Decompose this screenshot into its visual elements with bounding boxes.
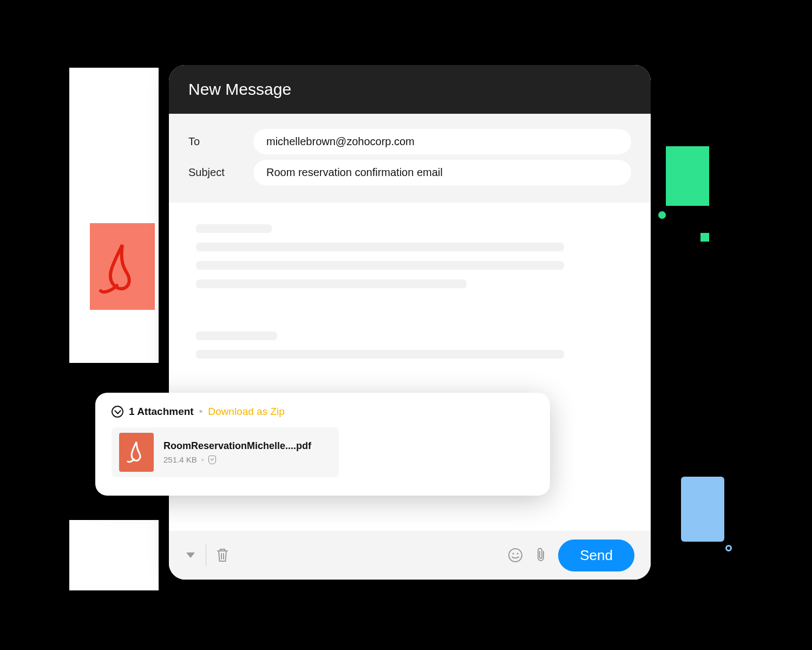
- shield-icon: [208, 456, 216, 464]
- compose-header: New Message: [169, 65, 651, 114]
- paperclip-icon[interactable]: [534, 547, 547, 563]
- attachment-filename: RoomReservationMichelle....pdf: [163, 440, 311, 452]
- compose-toolbar: Send: [169, 531, 651, 580]
- download-zip-link[interactable]: Download as Zip: [208, 406, 285, 418]
- placeholder-line: [196, 332, 277, 340]
- subject-input[interactable]: [253, 160, 631, 185]
- compose-title: New Message: [188, 80, 291, 98]
- pdf-icon: [90, 223, 155, 310]
- svg-point-2: [517, 552, 519, 554]
- decorative-panel: [69, 68, 159, 363]
- svg-point-0: [509, 549, 522, 562]
- placeholder-line: [196, 224, 272, 233]
- placeholder-line: [196, 350, 564, 359]
- send-button[interactable]: Send: [558, 540, 634, 571]
- emoji-icon[interactable]: [507, 547, 523, 563]
- to-label: To: [188, 135, 237, 148]
- fields-section: To Subject: [169, 114, 651, 203]
- attachment-count: 1 Attachment: [129, 406, 194, 418]
- attachment-meta: RoomReservationMichelle....pdf 251.4 KB …: [163, 440, 311, 464]
- trash-icon[interactable]: [216, 548, 229, 563]
- svg-point-1: [513, 552, 514, 554]
- separator-dot: •: [199, 406, 203, 418]
- divider: [206, 544, 206, 566]
- placeholder-line: [196, 280, 467, 288]
- placeholder-line: [196, 243, 564, 251]
- decorative-dot: [658, 211, 666, 219]
- subject-row: Subject: [188, 160, 631, 185]
- decorative-dot: [725, 545, 732, 551]
- to-input[interactable]: [253, 129, 631, 154]
- more-icon[interactable]: [185, 551, 196, 559]
- chevron-down-icon[interactable]: [112, 406, 123, 418]
- decorative-square: [700, 233, 709, 242]
- decorative-block: [666, 146, 709, 206]
- attachment-item[interactable]: RoomReservationMichelle....pdf 251.4 KB …: [112, 427, 339, 477]
- placeholder-line: [196, 261, 564, 270]
- compose-window: New Message To Subject: [169, 65, 651, 580]
- decorative-block: [681, 477, 724, 542]
- attachment-header: 1 Attachment • Download as Zip: [112, 406, 534, 418]
- pdf-icon: [119, 433, 154, 472]
- subject-label: Subject: [188, 166, 237, 179]
- to-row: To: [188, 129, 631, 154]
- filesize-text: 251.4 KB: [163, 455, 197, 464]
- decorative-panel: [69, 520, 159, 590]
- attachment-card: 1 Attachment • Download as Zip RoomReser…: [95, 393, 550, 496]
- separator-dot: •: [201, 455, 204, 464]
- attachment-filesize: 251.4 KB •: [163, 455, 311, 464]
